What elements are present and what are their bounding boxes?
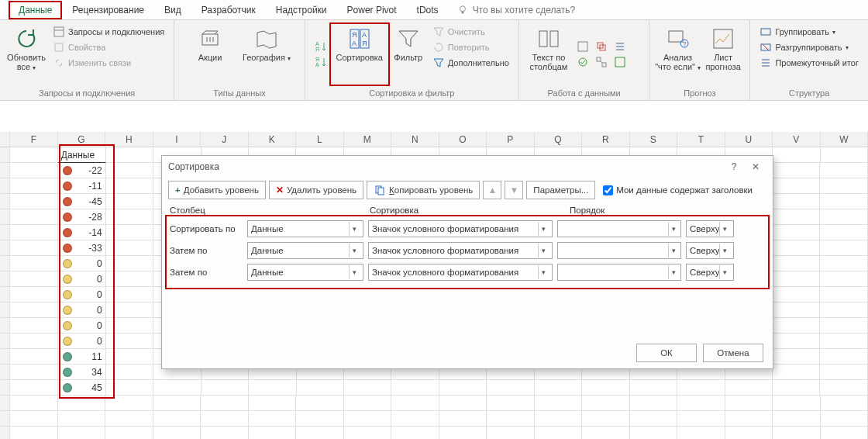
empty-cell[interactable]	[10, 365, 57, 380]
empty-cell[interactable]	[10, 256, 57, 271]
empty-cell[interactable]	[487, 427, 534, 439]
sort-icon-select[interactable]: ▾	[557, 264, 681, 281]
filter-button[interactable]: Фильтр	[389, 23, 428, 85]
edit-links-button[interactable]: Изменить связи	[51, 56, 166, 70]
empty-cell[interactable]	[820, 256, 867, 271]
clear-filter-button[interactable]: Очистить	[431, 25, 511, 39]
sort-direction-select[interactable]: Сверху▾	[686, 264, 734, 281]
empty-cell[interactable]	[821, 147, 868, 163]
empty-cell[interactable]	[773, 240, 820, 256]
delete-level-button[interactable]: ✕Удалить уровень	[269, 181, 363, 199]
empty-cell[interactable]	[153, 411, 201, 427]
cancel-button[interactable]: Отмена	[703, 344, 763, 362]
empty-cell[interactable]	[106, 256, 153, 271]
empty-cell[interactable]	[820, 349, 867, 365]
consolidate-icon[interactable]	[614, 40, 626, 53]
empty-cell[interactable]	[820, 334, 867, 349]
empty-cell[interactable]	[773, 365, 820, 380]
empty-cell[interactable]	[10, 271, 57, 287]
relations-icon[interactable]	[595, 56, 608, 68]
col-header[interactable]: G	[58, 132, 106, 147]
dup-icon[interactable]	[595, 40, 608, 53]
empty-cell[interactable]	[773, 147, 820, 163]
empty-cell[interactable]	[487, 411, 534, 427]
empty-cell[interactable]	[773, 209, 820, 225]
empty-cell[interactable]	[391, 427, 439, 439]
empty-cell[interactable]	[677, 411, 725, 427]
empty-cell[interactable]	[249, 396, 296, 411]
empty-cell[interactable]	[344, 427, 391, 439]
subtotal-button[interactable]: Промежуточный итог	[758, 56, 860, 70]
col-header[interactable]: L	[296, 132, 344, 147]
ungroup-button[interactable]: Разгруппировать ▾	[758, 40, 860, 54]
whatif-button[interactable]: ? Анализ "что если" ▾	[654, 23, 701, 85]
empty-cell[interactable]	[10, 427, 57, 439]
empty-cell[interactable]	[106, 365, 153, 380]
col-header[interactable]: F	[10, 132, 58, 147]
reapply-button[interactable]: Повторить	[431, 40, 511, 54]
empty-cell[interactable]	[821, 411, 868, 427]
empty-cell[interactable]	[106, 349, 153, 365]
data-cell[interactable]: -14	[58, 225, 106, 240]
headers-checkbox[interactable]: Мои данные содержат заголовки	[603, 185, 753, 195]
col-header[interactable]: V	[773, 132, 821, 147]
empty-cell[interactable]	[10, 194, 57, 209]
empty-cell[interactable]	[106, 271, 153, 287]
empty-cell[interactable]	[297, 380, 344, 396]
empty-cell[interactable]	[153, 396, 201, 411]
empty-cell[interactable]	[630, 380, 677, 396]
empty-cell[interactable]	[106, 209, 153, 225]
close-button[interactable]: ✕	[745, 156, 766, 178]
data-cell[interactable]: 0	[58, 318, 106, 334]
empty-cell[interactable]	[106, 240, 153, 256]
col-header[interactable]: K	[249, 132, 297, 147]
empty-cell[interactable]	[582, 396, 629, 411]
empty-cell[interactable]	[10, 318, 57, 334]
sort-direction-select[interactable]: Сверху▾	[686, 242, 734, 259]
empty-cell[interactable]	[820, 240, 867, 256]
empty-cell[interactable]	[582, 380, 629, 396]
empty-cell[interactable]	[773, 396, 820, 411]
data-cell[interactable]: -33	[58, 240, 106, 256]
empty-cell[interactable]	[344, 380, 391, 396]
empty-cell[interactable]	[630, 411, 677, 427]
empty-cell[interactable]	[106, 302, 153, 318]
tab-review[interactable]: Рецензирование	[63, 2, 153, 19]
empty-cell[interactable]	[201, 427, 248, 439]
col-header[interactable]: H	[105, 132, 153, 147]
empty-cell[interactable]	[820, 194, 867, 209]
empty-cell[interactable]	[249, 380, 296, 396]
queries-connections-button[interactable]: Запросы и подключения	[51, 25, 166, 39]
empty-cell[interactable]	[725, 396, 773, 411]
empty-cell[interactable]	[773, 427, 820, 439]
empty-cell[interactable]	[106, 163, 153, 178]
empty-cell[interactable]	[58, 411, 105, 427]
data-cell[interactable]: 0	[58, 271, 106, 287]
empty-cell[interactable]	[439, 396, 487, 411]
empty-cell[interactable]	[10, 302, 57, 318]
empty-cell[interactable]	[105, 396, 153, 411]
tab-powerpivot[interactable]: Power Pivot	[338, 2, 406, 19]
empty-cell[interactable]	[391, 396, 439, 411]
empty-cell[interactable]	[10, 349, 57, 365]
empty-cell[interactable]	[773, 334, 820, 349]
col-header[interactable]: T	[677, 132, 725, 147]
empty-cell[interactable]	[535, 396, 582, 411]
empty-cell[interactable]	[296, 427, 343, 439]
empty-cell[interactable]	[820, 178, 867, 194]
empty-cell[interactable]	[821, 396, 868, 411]
text-to-cols-button[interactable]: Текст по столбцам	[524, 23, 574, 85]
empty-cell[interactable]	[773, 194, 820, 209]
col-header[interactable]: O	[439, 132, 487, 147]
flash-fill-icon[interactable]	[577, 40, 589, 53]
empty-cell[interactable]	[535, 427, 582, 439]
empty-cell[interactable]	[677, 396, 725, 411]
empty-cell[interactable]	[10, 411, 57, 427]
empty-cell[interactable]	[725, 411, 773, 427]
empty-cell[interactable]	[820, 380, 867, 396]
data-cell[interactable]: -11	[58, 178, 106, 194]
tab-addins[interactable]: Надстройки	[267, 2, 336, 19]
col-header[interactable]: R	[582, 132, 630, 147]
empty-cell[interactable]	[391, 380, 439, 396]
col-header[interactable]: S	[630, 132, 678, 147]
